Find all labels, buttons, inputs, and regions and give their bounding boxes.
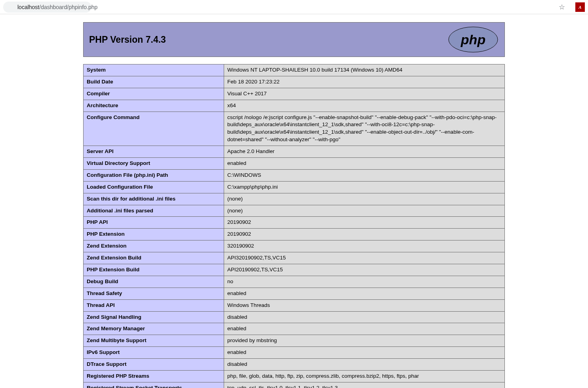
config-key: Configure Command	[84, 112, 224, 146]
table-row: IPv6 Supportenabled	[84, 347, 505, 359]
config-key: Build Date	[84, 76, 224, 88]
browser-address-bar: i localhost/dashboard/phpinfo.php ☆ A	[0, 0, 588, 14]
table-row: Registered PHP Streamsphp, file, glob, d…	[84, 371, 505, 382]
config-value: cscript /nologo /e:jscript configure.js …	[224, 112, 505, 146]
config-key: PHP Extension Build	[84, 264, 224, 276]
table-row: Zend Extension320190902	[84, 240, 505, 252]
url-input[interactable]	[3, 2, 91, 13]
config-value: disabled	[224, 311, 505, 323]
config-key: Zend Memory Manager	[84, 323, 224, 335]
config-value: provided by mbstring	[224, 335, 505, 347]
config-value: Apache 2.0 Handler	[224, 146, 505, 158]
config-key: Registered Stream Socket Transports	[84, 382, 224, 388]
config-key: Thread Safety	[84, 288, 224, 299]
config-value: enabled	[224, 158, 505, 170]
config-value: API320190902,TS,VC15	[224, 252, 505, 264]
adobe-extension-icon[interactable]: A	[575, 2, 585, 12]
config-value: x64	[224, 100, 505, 112]
config-value: C:\WINDOWS	[224, 169, 505, 181]
config-key: Compiler	[84, 88, 224, 100]
table-row: Thread APIWindows Threads	[84, 299, 505, 311]
phpinfo-content: PHP Version 7.4.3 php SystemWindows NT L…	[83, 22, 505, 388]
config-key: Zend Extension Build	[84, 252, 224, 264]
config-value: Windows NT LAPTOP-SHAILESH 10.0 build 17…	[224, 64, 505, 76]
table-row: Thread Safetyenabled	[84, 288, 505, 299]
table-row: PHP Extension20190902	[84, 229, 505, 240]
table-row: Additional .ini files parsed(none)	[84, 205, 505, 217]
php-version-title: PHP Version 7.4.3	[89, 34, 166, 45]
table-row: Debug Buildno	[84, 276, 505, 288]
config-value: (none)	[224, 193, 505, 205]
config-value: API20190902,TS,VC15	[224, 264, 505, 276]
config-value: php, file, glob, data, http, ftp, zip, c…	[224, 371, 505, 382]
table-row: Zend Multibyte Supportprovided by mbstri…	[84, 335, 505, 347]
config-value: Feb 18 2020 17:23:22	[224, 76, 505, 88]
config-key: Scan this dir for additional .ini files	[84, 193, 224, 205]
config-value: (none)	[224, 205, 505, 217]
config-key: Loaded Configuration File	[84, 181, 224, 193]
table-row: Zend Signal Handlingdisabled	[84, 311, 505, 323]
table-row: Server APIApache 2.0 Handler	[84, 146, 505, 158]
config-key: Server API	[84, 146, 224, 158]
url-input-wrap[interactable]: i localhost/dashboard/phpinfo.php ☆	[3, 2, 570, 13]
config-key: Thread API	[84, 299, 224, 311]
config-value: 20190902	[224, 217, 505, 229]
table-row: PHP API20190902	[84, 217, 505, 229]
table-row: Zend Extension BuildAPI320190902,TS,VC15	[84, 252, 505, 264]
config-key: Debug Build	[84, 276, 224, 288]
config-key: Registered PHP Streams	[84, 371, 224, 382]
config-key: PHP Extension	[84, 229, 224, 240]
table-row: Registered Stream Socket Transportstcp, …	[84, 382, 505, 388]
config-value: enabled	[224, 288, 505, 299]
config-key: Zend Extension	[84, 240, 224, 252]
config-value: Windows Threads	[224, 299, 505, 311]
phpinfo-table: SystemWindows NT LAPTOP-SHAILESH 10.0 bu…	[83, 64, 505, 388]
table-row: Configure Commandcscript /nologo /e:jscr…	[84, 112, 505, 146]
config-value: enabled	[224, 323, 505, 335]
table-row: Loaded Configuration FileC:\xampp\php\ph…	[84, 181, 505, 193]
config-key: Additional .ini files parsed	[84, 205, 224, 217]
config-key: PHP API	[84, 217, 224, 229]
svg-text:php: php	[461, 32, 485, 47]
config-key: Architecture	[84, 100, 224, 112]
table-row: Configuration File (php.ini) PathC:\WIND…	[84, 169, 505, 181]
config-key: Zend Multibyte Support	[84, 335, 224, 347]
config-value: enabled	[224, 347, 505, 359]
config-value: disabled	[224, 359, 505, 371]
config-value: Visual C++ 2017	[224, 88, 505, 100]
table-row: Virtual Directory Supportenabled	[84, 158, 505, 170]
php-logo-icon: php	[447, 26, 499, 53]
config-key: System	[84, 64, 224, 76]
table-row: SystemWindows NT LAPTOP-SHAILESH 10.0 bu…	[84, 64, 505, 76]
config-key: Zend Signal Handling	[84, 311, 224, 323]
table-row: Architecturex64	[84, 100, 505, 112]
table-row: Scan this dir for additional .ini files(…	[84, 193, 505, 205]
config-key: DTrace Support	[84, 359, 224, 371]
config-value: no	[224, 276, 505, 288]
table-row: PHP Extension BuildAPI20190902,TS,VC15	[84, 264, 505, 276]
table-row: DTrace Supportdisabled	[84, 359, 505, 371]
bookmark-star-icon[interactable]: ☆	[559, 3, 565, 11]
config-value: C:\xampp\php\php.ini	[224, 181, 505, 193]
config-key: Virtual Directory Support	[84, 158, 224, 170]
config-value: tcp, udp, ssl, tls, tlsv1.0, tlsv1.1, tl…	[224, 382, 505, 388]
table-row: Build DateFeb 18 2020 17:23:22	[84, 76, 505, 88]
phpinfo-header: PHP Version 7.4.3 php	[83, 22, 505, 57]
config-key: IPv6 Support	[84, 347, 224, 359]
config-value: 320190902	[224, 240, 505, 252]
config-key: Configuration File (php.ini) Path	[84, 169, 224, 181]
config-value: 20190902	[224, 229, 505, 240]
table-row: CompilerVisual C++ 2017	[84, 88, 505, 100]
table-row: Zend Memory Managerenabled	[84, 323, 505, 335]
